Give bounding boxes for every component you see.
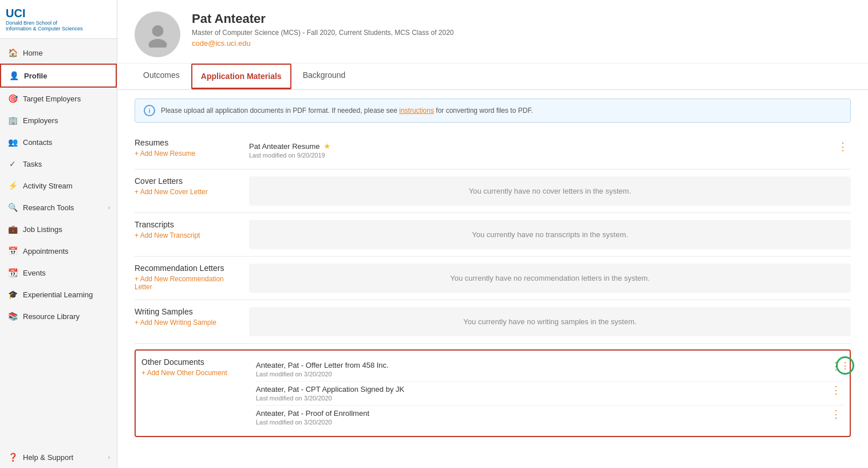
instructions-link[interactable]: instructions xyxy=(399,107,434,115)
cover-letters-content: You currently have no cover letters in t… xyxy=(249,176,851,206)
rec-letters-label-col: Recommendation Letters + Add New Recomme… xyxy=(135,264,249,293)
logo-uci-text: UCI xyxy=(6,7,111,20)
profile-header: Pat Anteater Master of Computer Science … xyxy=(117,0,868,64)
sidebar-item-profile[interactable]: 👤 Profile xyxy=(0,64,117,88)
add-other-doc-link[interactable]: + Add New Other Document xyxy=(141,369,247,377)
writing-samples-content: You currently have no writing samples in… xyxy=(249,307,851,336)
sidebar-item-experiential-learning[interactable]: 🎓 Experiential Learning xyxy=(0,284,117,305)
sidebar-item-employers[interactable]: 🏢 Employers xyxy=(0,109,117,131)
green-circle-highlight: ⋮ xyxy=(836,356,854,375)
other-doc-item-1: Anteater, Pat - Offer Letter from 458 In… xyxy=(256,357,844,382)
sidebar-label-job-listings: Job Listings xyxy=(23,225,62,234)
activity-stream-icon: ⚡ xyxy=(7,180,18,191)
sidebar-item-resource-library[interactable]: 📚 Resource Library xyxy=(0,305,117,327)
profile-info: Pat Anteater Master of Computer Science … xyxy=(192,11,851,48)
sidebar-item-tasks[interactable]: ✓ Tasks xyxy=(0,153,117,175)
sidebar-label-events: Events xyxy=(23,269,46,277)
help-support-icon: ❓ xyxy=(7,451,18,463)
sidebar-label-home: Home xyxy=(23,49,43,57)
sidebar-nav: 🏠 Home 👤 Profile 🎯 Target Employers 🏢 Em… xyxy=(0,39,117,446)
tab-background[interactable]: Background xyxy=(294,64,354,89)
sidebar-item-research-tools[interactable]: 🔍 Research Tools › xyxy=(0,196,117,218)
job-listings-icon: 💼 xyxy=(7,223,18,235)
research-tools-chevron-icon: › xyxy=(108,204,110,211)
target-employers-icon: 🎯 xyxy=(7,93,18,104)
other-documents-section: Other Documents + Add New Other Document… xyxy=(135,349,851,437)
add-transcript-link[interactable]: + Add New Transcript xyxy=(135,231,240,239)
logo-line1: Donald Bren School of xyxy=(6,20,111,26)
sidebar-item-home[interactable]: 🏠 Home xyxy=(0,42,117,64)
add-rec-letter-link[interactable]: + Add New Recommendation Letter xyxy=(135,275,240,291)
rec-letters-label: Recommendation Letters xyxy=(135,264,240,273)
other-doc-2-menu-button[interactable]: ⋮ xyxy=(828,385,844,395)
rec-letters-content: You currently have no recommendation let… xyxy=(249,264,851,293)
profile-email[interactable]: code@ics.uci.edu xyxy=(192,39,851,48)
home-icon: 🏠 xyxy=(7,47,18,58)
research-tools-icon: 🔍 xyxy=(7,202,18,213)
sidebar-label-target-employers: Target Employers xyxy=(23,95,81,103)
other-doc-item-2: Anteater, Pat - CPT Application Signed b… xyxy=(256,382,844,406)
info-banner: i Please upload all application document… xyxy=(135,99,851,123)
other-doc-name-1: Anteater, Pat - Offer Letter from 458 In… xyxy=(256,361,828,369)
info-icon: i xyxy=(144,105,155,116)
other-doc-3-menu-button[interactable]: ⋮ xyxy=(828,409,844,419)
appointments-icon: 📅 xyxy=(7,245,18,257)
writing-samples-label-col: Writing Samples + Add New Writing Sample xyxy=(135,307,249,336)
content-area: i Please upload all application document… xyxy=(117,90,868,468)
svg-point-1 xyxy=(148,39,167,48)
recommendation-letters-section: Recommendation Letters + Add New Recomme… xyxy=(135,257,851,300)
sidebar-bottom: ❓ Help & Support › xyxy=(0,446,117,468)
sidebar-item-job-listings[interactable]: 💼 Job Listings xyxy=(0,218,117,240)
other-doc-date-2: Last modified on 3/20/2020 xyxy=(256,395,828,402)
menu-dots-in-circle: ⋮ xyxy=(841,360,850,371)
tab-outcomes[interactable]: Outcomes xyxy=(135,64,188,89)
resumes-section: Resumes + Add New Resume Pat Anteater Re… xyxy=(135,131,851,170)
events-icon: 📆 xyxy=(7,267,18,278)
resumes-label: Resumes xyxy=(135,138,240,147)
main-content: Pat Anteater Master of Computer Science … xyxy=(117,0,868,468)
sidebar: UCI Donald Bren School of Information & … xyxy=(0,0,117,468)
contacts-icon: 👥 xyxy=(7,136,18,148)
writing-samples-empty: You currently have no writing samples in… xyxy=(249,307,851,336)
employers-icon: 🏢 xyxy=(7,115,18,126)
sidebar-item-target-employers[interactable]: 🎯 Target Employers xyxy=(0,88,117,109)
transcripts-label-col: Transcripts + Add New Transcript xyxy=(135,220,249,249)
sidebar-label-resource-library: Resource Library xyxy=(23,312,80,321)
resume-item-1: Pat Anteater Resume ★ Last modified on 9… xyxy=(249,138,851,162)
sidebar-item-appointments[interactable]: 📅 Appointments xyxy=(0,240,117,262)
other-doc-item-3: Anteater, Pat - Proof of Enrollment Last… xyxy=(256,406,844,429)
writing-samples-label: Writing Samples xyxy=(135,307,240,316)
add-resume-link[interactable]: + Add New Resume xyxy=(135,150,240,158)
sidebar-item-activity-stream[interactable]: ⚡ Activity Stream xyxy=(0,175,117,196)
sidebar-label-tasks: Tasks xyxy=(23,160,42,168)
sidebar-label-contacts: Contacts xyxy=(23,138,52,147)
experiential-learning-icon: 🎓 xyxy=(7,289,18,300)
sidebar-item-help-support[interactable]: ❓ Help & Support › xyxy=(0,446,117,468)
add-cover-letter-link[interactable]: + Add New Cover Letter xyxy=(135,188,240,196)
other-docs-label: Other Documents xyxy=(141,357,247,367)
tasks-icon: ✓ xyxy=(7,158,18,170)
other-doc-date-3: Last modified on 3/20/2020 xyxy=(256,419,828,426)
sidebar-label-appointments: Appointments xyxy=(23,247,69,255)
resource-library-icon: 📚 xyxy=(7,310,18,322)
other-docs-content: Anteater, Pat - Offer Letter from 458 In… xyxy=(256,357,844,429)
sidebar-label-help-support: Help & Support xyxy=(23,453,73,462)
profile-subtitle: Master of Computer Science (MCS) - Fall … xyxy=(192,29,851,37)
resume-star-icon: ★ xyxy=(323,141,331,151)
resume-menu-button[interactable]: ⋮ xyxy=(835,141,851,152)
svg-point-0 xyxy=(152,25,163,37)
transcripts-empty: You currently have no transcripts in the… xyxy=(249,220,851,249)
transcripts-label: Transcripts xyxy=(135,220,240,229)
sidebar-label-experiential-learning: Experiential Learning xyxy=(23,290,93,299)
avatar xyxy=(135,11,180,57)
sidebar-item-events[interactable]: 📆 Events xyxy=(0,262,117,284)
add-writing-sample-link[interactable]: + Add New Writing Sample xyxy=(135,318,240,327)
sidebar-label-profile: Profile xyxy=(24,72,47,80)
sidebar-item-contacts[interactable]: 👥 Contacts xyxy=(0,131,117,153)
cover-letters-label-col: Cover Letters + Add New Cover Letter xyxy=(135,176,249,206)
resumes-label-col: Resumes + Add New Resume xyxy=(135,138,249,162)
tab-application-materials[interactable]: Application Materials xyxy=(191,64,291,89)
sidebar-label-employers: Employers xyxy=(23,116,58,125)
other-doc-name-2: Anteater, Pat - CPT Application Signed b… xyxy=(256,385,828,394)
cover-letters-label: Cover Letters xyxy=(135,176,240,186)
